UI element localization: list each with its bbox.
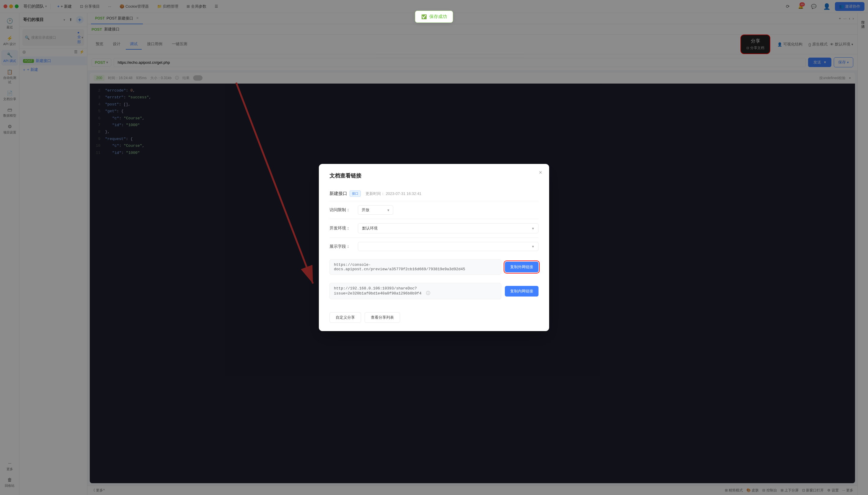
view-share-list-button[interactable]: 查看分享列表 bbox=[365, 312, 400, 323]
api-type-badge: 接口 bbox=[350, 190, 361, 197]
fields-row: 展示字段： ▾ bbox=[329, 238, 539, 255]
toast-icon: ✅ bbox=[421, 14, 427, 19]
dialog-close-button[interactable]: × bbox=[539, 170, 542, 175]
internal-url-section: http://192.168.0.106:10393/shareDoc?issu… bbox=[329, 283, 539, 299]
api-name-section: 新建接口 接口 bbox=[329, 190, 361, 197]
access-select[interactable]: 开放 ▾ bbox=[358, 205, 393, 215]
external-url-row: https://console-docs.apipost.cn/preview/… bbox=[329, 255, 539, 279]
internal-url-display: http://192.168.0.106:10393/shareDoc?issu… bbox=[329, 283, 501, 299]
dialog-title: 文档查看链接 bbox=[329, 172, 539, 179]
internal-info-icon[interactable]: ⓘ bbox=[426, 291, 430, 296]
env-selector-dialog[interactable]: 默认环境 ▾ bbox=[358, 223, 539, 233]
env-value: 默认环境 bbox=[362, 226, 378, 231]
update-time-label: 更新时间： 2023-07-31 16:32:41 bbox=[365, 191, 421, 197]
env-chevron-icon: ▾ bbox=[532, 226, 534, 231]
internal-url-row: http://192.168.0.106:10393/shareDoc?issu… bbox=[329, 279, 539, 303]
copy-internal-link-button[interactable]: 复制内网链接 bbox=[505, 286, 539, 296]
access-chevron-icon: ▾ bbox=[387, 208, 389, 212]
access-control-row: 访问限制： 开放 ▾ bbox=[329, 201, 539, 219]
fields-chevron-icon: ▾ bbox=[532, 244, 534, 249]
env-label: 开发环境： bbox=[329, 226, 353, 231]
doc-link-dialog: 文档查看链接 × 新建接口 接口 更新时间： 2023-07-31 16:32:… bbox=[319, 164, 549, 331]
fields-selector[interactable]: ▾ bbox=[358, 242, 539, 251]
fields-label: 展示字段： bbox=[329, 244, 353, 249]
access-value: 开放 bbox=[362, 207, 369, 212]
custom-share-button[interactable]: 自定义分享 bbox=[329, 312, 361, 323]
api-name-row: 新建接口 接口 更新时间： 2023-07-31 16:32:41 bbox=[329, 186, 539, 201]
toast-message: 保存成功 bbox=[429, 14, 447, 19]
environment-row: 开发环境： 默认环境 ▾ bbox=[329, 219, 539, 238]
save-success-toast: ✅ 保存成功 bbox=[415, 11, 453, 23]
copy-external-link-button[interactable]: 复制外网链接 bbox=[505, 262, 539, 272]
api-name-label: 新建接口 bbox=[329, 191, 347, 197]
dialog-footer: 自定义分享 查看分享列表 bbox=[329, 309, 539, 323]
external-url-section: https://console-docs.apipost.cn/preview/… bbox=[329, 259, 539, 275]
dialog-overlay[interactable]: 文档查看链接 × 新建接口 接口 更新时间： 2023-07-31 16:32:… bbox=[0, 0, 868, 495]
external-url-display: https://console-docs.apipost.cn/preview/… bbox=[329, 259, 501, 275]
access-label: 访问限制： bbox=[329, 207, 353, 212]
